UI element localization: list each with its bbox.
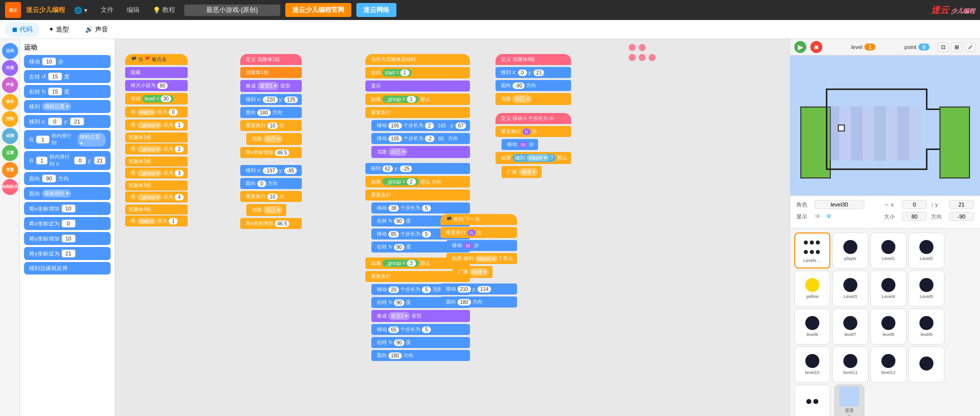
link2-button[interactable]: 迷云网络 — [356, 3, 396, 17]
sprite-item-level5[interactable]: Level5 — [908, 270, 944, 306]
sprite-item-level1[interactable]: Level1 — [870, 232, 906, 268]
sprite-item-more1[interactable] — [908, 346, 944, 382]
sprite-item-level9[interactable]: level9 — [908, 308, 944, 344]
block-repeat-n-b[interactable]: 重复执行 n 次 — [440, 227, 517, 238]
block-move-m-b[interactable]: 移动 m 步 — [446, 240, 517, 251]
block-goto-220-125[interactable]: 移到 x: -220 y: 125 — [240, 94, 302, 105]
cat-control[interactable]: 控制 — [2, 111, 18, 127]
sprite-name-input[interactable] — [814, 200, 864, 209]
tutorial-button[interactable]: 💡教程 — [149, 4, 179, 16]
block-goto-62-25[interactable]: 移到 62 y: -25 — [365, 163, 470, 174]
sprite-item-levels[interactable]: Levels ... — [794, 232, 830, 268]
tab-code[interactable]: ◼ 代码 — [5, 22, 40, 37]
block-turn-right[interactable]: 右转 ↻ 15 度 — [24, 85, 111, 98]
block-addx-46[interactable]: 将x坐标增加 46.5 — [240, 147, 302, 158]
cat-events[interactable]: 事件 — [2, 94, 18, 110]
block-clone1-action[interactable]: 克隆体1组 — [240, 67, 302, 78]
sprite-item-level12[interactable]: level12 — [870, 346, 906, 382]
sprite-item-level11[interactable]: level11 — [832, 346, 868, 382]
block-if-touching-player[interactable]: 如果 碰到 player ▾ ? 那么 — [496, 152, 571, 164]
link1-button[interactable]: 迷云少儿编程官网 — [285, 3, 351, 17]
block-goto-0-21[interactable]: 移到 x: 0 y: 21 — [496, 67, 571, 78]
block-face-mouse[interactable]: 面向 鼠标指针 ▾ — [24, 187, 111, 200]
block-move-m[interactable]: 移动 m 步 — [502, 139, 538, 150]
sprite-item-level7[interactable]: level7 — [832, 308, 868, 344]
block-repeat-forever[interactable]: 重复执行 — [365, 107, 470, 118]
green-flag-button[interactable]: ▶ — [794, 41, 806, 53]
block-face-180b[interactable]: 面向 180 方向 — [371, 350, 470, 361]
when-flag-clicked[interactable]: 🏴 当 🚩 被点击 — [125, 54, 188, 65]
block-broadcast-collide2[interactable]: 广播 碰撞 ▾ — [452, 266, 493, 278]
def-move-n-m[interactable]: 定义 移动 n 个步长为 m — [496, 113, 571, 124]
sprite-item-more2[interactable] — [794, 384, 830, 416]
block-set-start2[interactable]: 将 start ▾ 设为 1 — [125, 216, 188, 226]
tab-costume[interactable]: ✦ 造型 — [42, 22, 76, 37]
block-set-y[interactable]: 将y坐标设为 21 — [24, 247, 111, 260]
x-input[interactable] — [902, 200, 927, 209]
block-setsize[interactable]: 将大小设为 80 — [125, 80, 188, 91]
y-input[interactable] — [949, 200, 974, 209]
stage-small-btn[interactable]: ⊡ — [937, 42, 949, 52]
block-move65-5[interactable]: 移动 65 个步长为 5 — [371, 324, 470, 335]
block-turn-r90d[interactable]: 右转 ↻ 90 度 — [371, 337, 470, 348]
edit-button[interactable]: 编辑 — [123, 4, 144, 16]
block-move105-neg2[interactable]: 移动 105 个步长为 -2 80 方向 — [371, 133, 470, 144]
sprite-item-level10[interactable]: level10 — [794, 346, 830, 382]
block-face-dir[interactable]: 面向 90 方向 — [24, 172, 111, 185]
block-clone-self4[interactable]: 克隆 自己 ▾ — [496, 93, 571, 105]
block-set-group4[interactable]: 将 _group ▾ 设为 4 — [125, 192, 188, 202]
sprite-item-level6[interactable]: level6 — [794, 308, 830, 344]
block-change-y[interactable]: 将y坐标增加 10 — [24, 232, 111, 245]
block-set-group1[interactable]: 将 _group ▾ 设为 1 — [125, 120, 188, 130]
block-move105-2[interactable]: 移动 105 个步长为 2 165 y: 67 — [371, 120, 470, 131]
block-bounce[interactable]: 碰到边缘就反弹 — [24, 262, 111, 274]
when-clone-starts[interactable]: 当作为克隆体启动时 — [365, 54, 470, 65]
block-if-group2[interactable]: 如果 _group = 2 那么 方向 — [365, 176, 470, 188]
block-set-group3[interactable]: 将 _group ▾ 设为 3 — [125, 168, 188, 178]
block-change-x[interactable]: 将x坐标增加 10 — [24, 202, 111, 215]
block-glide-random[interactable]: 在 1 秒内滑行到 随机位置 ▾ — [24, 130, 111, 149]
block-face-0[interactable]: 面向 0 方向 — [240, 178, 302, 189]
block-repeat-forever2[interactable]: 重复执行 — [365, 190, 470, 200]
block-goto-197-85[interactable]: 移到 x: -197 y: -85 — [240, 165, 302, 176]
block-if-touching-player2[interactable]: 如果 碰到 player ▾ ? 那么 — [446, 253, 517, 264]
stop-button[interactable]: ■ — [810, 41, 822, 53]
sprite-item-yellow[interactable]: yellow — [794, 270, 830, 306]
block-clone-self2[interactable]: 克隆 自己 ▾ — [246, 204, 286, 216]
block-goto-xy[interactable]: 移到 x: 0 y: 21 — [24, 115, 111, 128]
block-broadcast-collide[interactable]: 广播 碰撞 ▾ — [502, 166, 542, 178]
stage-fullscreen-btn[interactable]: ⤢ — [964, 42, 976, 52]
block-clone-self[interactable]: 克隆 自己 ▾ — [246, 133, 302, 145]
block-wait-start[interactable]: 等待 start = 1 — [365, 67, 470, 78]
size-input[interactable] — [902, 212, 927, 221]
block-set-start[interactable]: 将 start ▾ 设为 0 — [125, 106, 188, 118]
block-addx-46b[interactable]: 将x坐标增加 46.5 — [240, 218, 302, 229]
block-face-180[interactable]: 面向 180 方向 — [240, 107, 302, 118]
block-show[interactable]: 显示 — [365, 80, 470, 92]
block-set-x[interactable]: 将x坐标设为 0 — [24, 217, 111, 230]
project-name-input[interactable] — [184, 4, 280, 16]
block-turn-left[interactable]: 左转 ↺ 15 度 — [24, 70, 111, 83]
sprite-item-player[interactable]: player — [832, 232, 868, 268]
tab-sound[interactable]: 🔊 声音 — [78, 22, 115, 37]
sprite-item-level4[interactable]: Level4 — [870, 270, 906, 306]
sprite-item-level3[interactable]: Level3 — [832, 270, 868, 306]
block-face-neg90[interactable]: 面向 -90 方向 — [496, 80, 571, 91]
backdrop-item[interactable]: 背景 1 — [834, 384, 864, 416]
sprite-item-level8[interactable]: level8 — [870, 308, 906, 344]
block-if-group1[interactable]: 如果 _group = 1 那么 — [365, 94, 470, 105]
cat-motion[interactable]: 运动 — [2, 43, 18, 59]
block-set-group2[interactable]: 将 _group ▾ 设为 2 — [125, 144, 188, 154]
canvas-area[interactable]: 🏴 当 🚩 被点击 隐藏 将大小设为 80 等待 level = 30 将 st… — [115, 39, 790, 416]
block-costume1[interactable]: 换成 造型1 ▾ 造型 — [240, 80, 302, 92]
block-face-180-c[interactable]: 面向 180 方向 — [440, 296, 517, 308]
cat-looks[interactable]: 外观 — [2, 60, 18, 76]
when-receive-next[interactable]: 🏴 收到 下一关 — [440, 214, 517, 225]
stage-large-btn[interactable]: ⊞ — [951, 42, 962, 52]
eye-off-icon[interactable]: 👁 — [814, 212, 821, 220]
file-button[interactable]: 文件 — [97, 4, 118, 16]
block-hide[interactable]: 隐藏 — [125, 67, 188, 78]
dir-input[interactable] — [949, 212, 974, 221]
block-glide-xy[interactable]: 在 1 秒内滑行到 x:0 y:21 — [24, 151, 111, 170]
block-move38-5[interactable]: 移动 38 个步长为 5 — [371, 202, 470, 214]
